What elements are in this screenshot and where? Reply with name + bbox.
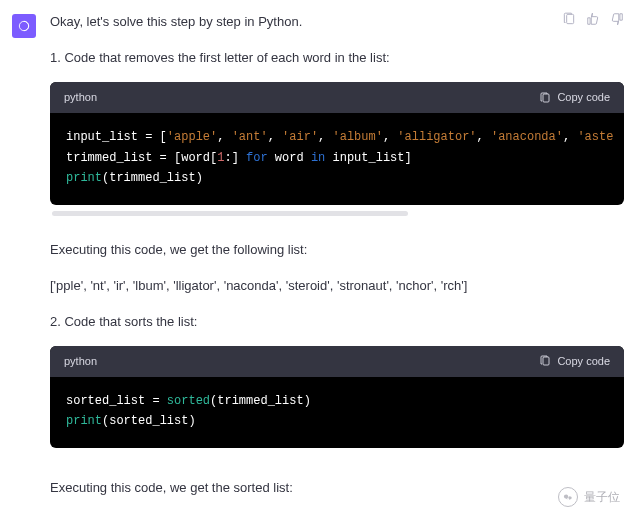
- message-actions: [562, 12, 624, 32]
- code-block: python Copy code sorted_list = sorted(tr…: [50, 346, 624, 448]
- code-header: python Copy code: [50, 346, 624, 377]
- intro-text: Okay, let's solve this step by step in P…: [50, 12, 624, 32]
- svg-rect-2: [543, 94, 549, 102]
- code-body[interactable]: sorted_list = sorted(trimmed_list) print…: [50, 377, 624, 448]
- copy-code-button[interactable]: Copy code: [539, 353, 610, 370]
- horizontal-scrollbar[interactable]: [52, 211, 408, 216]
- step-label: Code that removes the first letter of ea…: [64, 50, 389, 65]
- clipboard-icon: [539, 355, 551, 367]
- step-item: Code that removes the first letter of ea…: [50, 48, 624, 68]
- copy-code-label: Copy code: [557, 89, 610, 106]
- message-content: Okay, let's solve this step by step in P…: [50, 12, 624, 517]
- code-lang-label: python: [64, 89, 97, 106]
- code-lang-label: python: [64, 353, 97, 370]
- code-header: python Copy code: [50, 82, 624, 113]
- message-row: Okay, let's solve this step by step in P…: [0, 0, 640, 517]
- code-block: python Copy code input_list = ['apple', …: [50, 82, 624, 204]
- steps-list: Code that removes the first letter of ea…: [50, 48, 624, 68]
- step-label: Code that sorts the list:: [64, 314, 197, 329]
- steps-list: Code that sorts the list:: [50, 312, 624, 332]
- wechat-icon: [558, 487, 578, 507]
- watermark-text: 量子位: [584, 488, 620, 507]
- output-text: ['pple', 'nt', 'ir', 'lbum', 'lligator',…: [50, 276, 624, 296]
- assistant-avatar: [12, 14, 36, 38]
- code-body[interactable]: input_list = ['apple', 'ant', 'air', 'al…: [50, 113, 624, 204]
- clipboard-icon[interactable]: [562, 12, 576, 32]
- step-item: Code that sorts the list:: [50, 312, 624, 332]
- svg-rect-3: [543, 357, 549, 365]
- copy-code-label: Copy code: [557, 353, 610, 370]
- followup-text: Executing this code, we get the sorted l…: [50, 478, 624, 498]
- followup-text: Executing this code, we get the followin…: [50, 240, 624, 260]
- swirl-logo-icon: [17, 19, 31, 33]
- watermark: 量子位: [558, 487, 620, 507]
- svg-rect-0: [567, 14, 574, 23]
- thumbs-down-icon[interactable]: [610, 12, 624, 32]
- thumbs-up-icon[interactable]: [586, 12, 600, 32]
- copy-code-button[interactable]: Copy code: [539, 89, 610, 106]
- clipboard-icon: [539, 92, 551, 104]
